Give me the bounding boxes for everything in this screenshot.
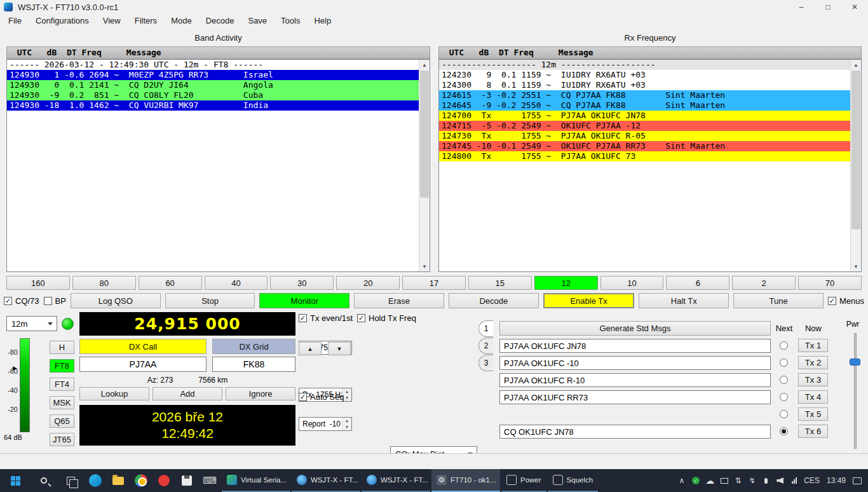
decode-row[interactable]: 124715 -5 -0.2 2549 ~ OK1UFC PJ7AA -12	[439, 121, 850, 131]
start-button[interactable]	[0, 469, 31, 492]
microphone-icon[interactable]	[762, 478, 770, 484]
menu-help[interactable]: Help	[307, 15, 338, 27]
decode-row[interactable]: 124745 -10 -0.1 2549 ~ OK1UFC PJ7AA RR73…	[439, 141, 850, 151]
mode-button-h[interactable]: H	[50, 341, 74, 354]
tx3-now-button[interactable]: Tx 3	[798, 373, 828, 386]
taskbar-clock[interactable]: 13:49	[825, 476, 847, 485]
mode-button-ft4[interactable]: FT4	[50, 378, 74, 391]
dx-call-button[interactable]: DX Call	[79, 339, 207, 354]
halt-tx-button[interactable]: Halt Tx	[639, 293, 729, 308]
hold-tx-freq-checkbox[interactable]: Hold Tx Freq	[357, 313, 416, 323]
menu-filters[interactable]: Filters	[128, 15, 164, 27]
tx2-now-button[interactable]: Tx 2	[798, 356, 828, 369]
rx-frequency-panel[interactable]: ------------------- 12m ----------------…	[438, 59, 862, 272]
erase-button[interactable]: Erase	[354, 293, 444, 308]
band-button-15[interactable]: 15	[468, 276, 532, 290]
tx6-message-input[interactable]	[499, 425, 771, 439]
scroll-thumb[interactable]	[851, 71, 860, 229]
cloud-icon[interactable]: ☁	[705, 475, 714, 486]
menu-view[interactable]: View	[96, 15, 128, 27]
security-shield-icon[interactable]: ✓	[691, 477, 700, 484]
tx5-now-button[interactable]: Tx 5	[798, 407, 828, 421]
scroll-down-icon[interactable]: ▼	[851, 261, 861, 271]
tx2-next-radio[interactable]	[780, 359, 788, 367]
tx3-next-radio[interactable]	[780, 376, 788, 384]
tx1-now-button[interactable]: Tx 1	[798, 339, 828, 352]
scroll-up-icon[interactable]: ▲	[851, 60, 861, 70]
lookup-button[interactable]: Lookup	[79, 387, 149, 400]
band-activity-panel[interactable]: ------ 2026-03-12 - 12:49:30 UTC - 12m -…	[6, 59, 430, 272]
band-button-20[interactable]: 20	[336, 276, 400, 290]
tx5-next-radio[interactable]	[780, 410, 788, 418]
pinned-red-app[interactable]	[153, 469, 175, 492]
stop-button[interactable]: Stop	[165, 293, 255, 308]
scroll-down-icon[interactable]: ▼	[419, 261, 430, 271]
band-button-70[interactable]: 70	[798, 276, 862, 290]
decode-row[interactable]: 124230 9 0.1 1159 ~ IU1DRY RX6ATU +03	[439, 70, 850, 80]
maximize-button[interactable]: □	[815, 0, 841, 14]
rx-frequency-scrollbar[interactable]: ▲ ▼	[850, 60, 861, 271]
spinner-arrows-icon[interactable]: ▲▼	[342, 418, 351, 430]
tx2-message-input[interactable]	[499, 356, 771, 370]
decode-row[interactable]: 124645 -9 -0.2 2550 ~ CQ PJ7AA FK88 Sint…	[439, 100, 850, 111]
pwr-slider-handle[interactable]	[850, 359, 860, 366]
dx-call-input[interactable]	[79, 357, 207, 372]
close-button[interactable]: ✕	[841, 0, 868, 14]
band-button-10[interactable]: 10	[600, 276, 664, 290]
task-view-button[interactable]	[57, 469, 84, 492]
tx-up-button[interactable]: ▲	[299, 342, 322, 355]
decode-row[interactable]: ------ 2026-03-12 - 12:49:30 UTC - 12m -…	[7, 60, 419, 70]
band-button-60[interactable]: 60	[139, 276, 202, 290]
mode-button-msk[interactable]: MSK	[50, 396, 74, 409]
band-button-12[interactable]: 12	[534, 276, 598, 290]
tx4-now-button[interactable]: Tx 4	[798, 390, 828, 404]
monitor-button[interactable]: Monitor	[259, 293, 349, 308]
band-button-30[interactable]: 30	[270, 276, 334, 290]
network-icon[interactable]	[790, 477, 798, 484]
tx6-now-button[interactable]: Tx 6	[798, 425, 828, 438]
mode-button-jt65[interactable]: JT65	[50, 433, 74, 446]
pinned-file-explorer[interactable]	[107, 469, 130, 492]
decode-row[interactable]: ------------------- 12m ----------------…	[439, 60, 850, 70]
language-indicator[interactable]: CES	[804, 476, 820, 485]
decode-button[interactable]: Decode	[449, 293, 539, 308]
bp-checkbox[interactable]: BP	[44, 296, 66, 306]
scroll-thumb[interactable]	[420, 71, 429, 198]
taskbar-app-squelch[interactable]: Squelch	[548, 469, 599, 492]
taskbar-app-ft710[interactable]: ⚙ FT710 - ok1...	[431, 469, 500, 492]
decode-row[interactable]: 124800 Tx 1755 ~ PJ7AA OK1UFC 73	[439, 151, 850, 161]
band-button-160[interactable]: 160	[6, 276, 70, 290]
band-dropdown[interactable]: 12m	[6, 316, 57, 331]
band-button-2[interactable]: 2	[732, 276, 796, 290]
pinned-chrome[interactable]	[130, 469, 153, 492]
pinned-edge[interactable]	[84, 469, 107, 492]
decode-row[interactable]: 124930 -9 0.2 851 ~ CQ CO8LY FL20 Cuba	[7, 90, 419, 100]
pinned-keyboard-app[interactable]: ⌨	[198, 469, 221, 492]
log-qso-button[interactable]: Log QSO	[71, 293, 161, 308]
pinned-save-app[interactable]	[175, 469, 198, 492]
mode-button-q65[interactable]: Q65	[50, 414, 74, 428]
decode-row[interactable]: 124700 Tx 1755 ~ PJ7AA OK1UFC JN78	[439, 111, 850, 121]
generate-std-msgs-button[interactable]: Generate Std Msgs	[499, 321, 771, 336]
decode-row[interactable]: 124615 -3 -0.2 2551 ~ CQ PJ7AA FK88 Sint…	[439, 90, 850, 100]
dx-grid-input[interactable]	[212, 357, 295, 372]
message-tab-2[interactable]: 2	[478, 338, 493, 354]
add-button[interactable]: Add	[153, 387, 222, 400]
band-button-40[interactable]: 40	[205, 276, 268, 290]
auto-seq-checkbox[interactable]: Auto Seq	[299, 392, 344, 402]
enable-tx-button[interactable]: Enable Tx	[543, 293, 635, 308]
band-button-17[interactable]: 17	[402, 276, 466, 290]
decode-row[interactable]: 124930 0 0.1 2141 ~ CQ D2UY JI64 Angola	[7, 80, 419, 90]
menu-mode[interactable]: Mode	[164, 15, 199, 27]
volume-icon[interactable]	[776, 477, 784, 484]
usb-icon[interactable]: ↯	[748, 476, 756, 485]
menu-decode[interactable]: Decode	[199, 15, 241, 27]
taskbar-app-power[interactable]: Power	[501, 469, 546, 492]
tune-button[interactable]: Tune	[733, 293, 824, 308]
sync-arrows-icon[interactable]: ⇅	[734, 476, 742, 485]
tx4-next-radio[interactable]	[780, 393, 788, 401]
band-button-6[interactable]: 6	[666, 276, 729, 290]
menus-checkbox[interactable]: Menus	[828, 296, 864, 306]
band-activity-scrollbar[interactable]: ▲ ▼	[419, 60, 430, 271]
minimize-button[interactable]: –	[788, 0, 815, 14]
